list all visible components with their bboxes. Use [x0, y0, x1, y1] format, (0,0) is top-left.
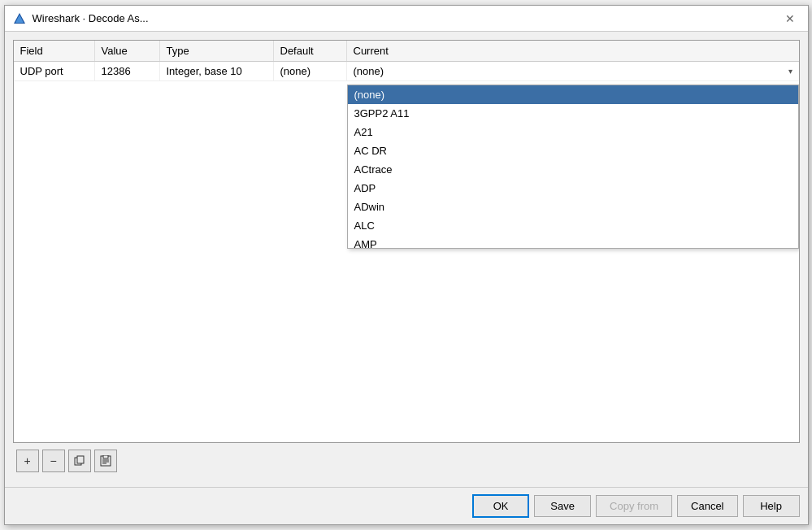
decode-as-table: Field Value Type Default Current UDP por…: [13, 40, 800, 443]
save-button[interactable]: Save: [534, 495, 591, 517]
app-icon: [13, 12, 26, 25]
copy-row-button[interactable]: [68, 450, 91, 472]
remove-row-button[interactable]: −: [42, 450, 65, 472]
title-bar-left: Wireshark · Decode As...: [13, 12, 149, 25]
dropdown-item-3gpp2a11[interactable]: 3GPP2 A11: [348, 104, 798, 123]
cell-field: UDP port: [14, 62, 95, 80]
copy-from-button[interactable]: Copy from: [596, 495, 672, 517]
window-title: Wireshark · Decode As...: [33, 12, 149, 24]
col-header-value: Value: [95, 41, 160, 61]
current-dropdown-trigger[interactable]: (none) ▾: [347, 62, 799, 80]
table-row: UDP port 12386 Integer, base 10 (none) (…: [14, 62, 799, 81]
dropdown-item-none[interactable]: (none): [348, 85, 798, 104]
dropdown-item-alc[interactable]: ALC: [348, 216, 798, 235]
footer-bar: OK Save Copy from Cancel Help: [5, 487, 808, 524]
svg-rect-5: [103, 455, 108, 458]
col-header-type: Type: [160, 41, 274, 61]
main-content: Field Value Type Default Current UDP por…: [5, 32, 808, 487]
cell-current: (none) ▾ (none) 3GPP2 A11 A21 AC DR ACtr…: [347, 62, 799, 80]
dropdown-menu: (none) 3GPP2 A11 A21 AC DR ACtrace ADP A…: [347, 85, 799, 249]
dropdown-item-actrace[interactable]: ACtrace: [348, 160, 798, 179]
dropdown-scroll-area[interactable]: (none) 3GPP2 A11 A21 AC DR ACtrace ADP A…: [348, 85, 798, 248]
col-header-current: Current: [347, 41, 799, 61]
col-header-default: Default: [274, 41, 347, 61]
bottom-toolbar: + −: [13, 443, 800, 479]
paste-row-button[interactable]: [94, 450, 117, 472]
dropdown-item-adwin[interactable]: ADwin: [348, 198, 798, 216]
cell-type: Integer, base 10: [160, 62, 274, 80]
table-header: Field Value Type Default Current: [14, 41, 799, 62]
dropdown-item-a21[interactable]: A21: [348, 123, 798, 141]
col-header-field: Field: [14, 41, 95, 61]
chevron-down-icon: ▾: [788, 67, 792, 76]
dropdown-item-amp[interactable]: AMP: [348, 235, 798, 248]
cancel-button[interactable]: Cancel: [677, 495, 737, 517]
ok-button[interactable]: OK: [472, 494, 529, 518]
svg-rect-3: [77, 456, 84, 463]
cell-default: (none): [274, 62, 347, 80]
current-dropdown-value: (none): [354, 65, 384, 77]
dropdown-item-acdr[interactable]: AC DR: [348, 141, 798, 160]
paste-icon: [100, 455, 111, 467]
main-window: Wireshark · Decode As... ✕ Field Value T…: [4, 5, 809, 525]
title-bar: Wireshark · Decode As... ✕: [5, 6, 808, 32]
close-button[interactable]: ✕: [780, 9, 800, 28]
add-row-button[interactable]: +: [16, 450, 39, 472]
cell-value: 12386: [95, 62, 160, 80]
dropdown-item-adp[interactable]: ADP: [348, 179, 798, 198]
help-button[interactable]: Help: [743, 495, 800, 517]
copy-icon: [74, 455, 85, 467]
